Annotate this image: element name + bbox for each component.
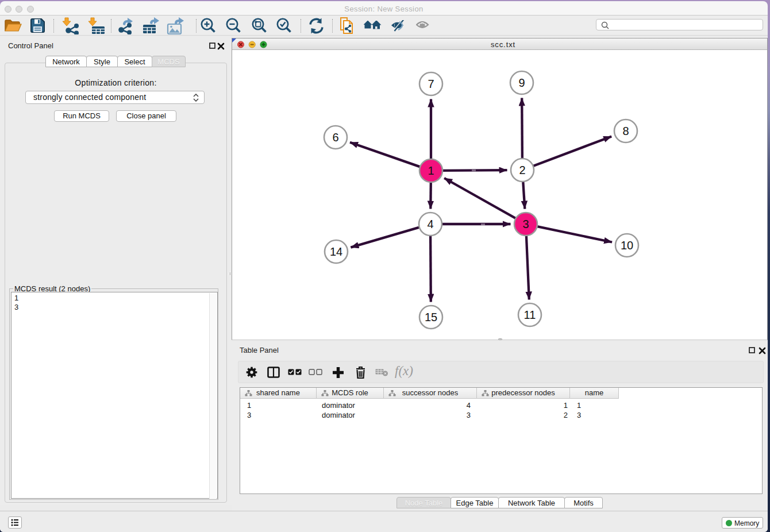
svg-text:6: 6 [332, 131, 338, 144]
svg-text:14: 14 [330, 245, 342, 258]
svg-text:4: 4 [427, 218, 433, 230]
svg-text:1: 1 [428, 164, 434, 177]
svg-text:8: 8 [622, 125, 629, 137]
svg-text:11: 11 [524, 309, 536, 321]
svg-text:2: 2 [519, 164, 525, 176]
svg-text:9: 9 [518, 76, 525, 89]
svg-text:3: 3 [522, 218, 529, 230]
svg-text:7: 7 [428, 78, 434, 90]
svg-text:10: 10 [621, 239, 633, 252]
svg-text:15: 15 [425, 311, 437, 323]
